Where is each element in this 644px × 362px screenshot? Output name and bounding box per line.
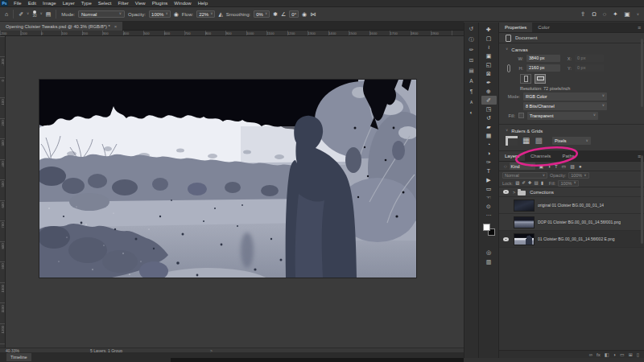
delete-layer-icon[interactable]: ▯ — [637, 352, 639, 357]
panel-adjustments-icon[interactable]: ◐ — [470, 110, 473, 117]
tool-frame[interactable]: ⊠ — [481, 69, 497, 78]
screen-mode-button[interactable]: ▥ — [481, 257, 497, 266]
height-field[interactable]: 2160 px — [526, 64, 560, 72]
canvas-fill-select[interactable]: Transparent ∨ — [527, 112, 598, 120]
panel-history-icon[interactable]: ↺ — [469, 27, 473, 33]
lock-position-icon[interactable]: ✚ — [528, 181, 532, 186]
symmetry-icon[interactable]: ⋈ — [310, 11, 316, 17]
layer-row[interactable]: original 01 Cloister BG.00_00_01_14 — [499, 197, 644, 214]
filter-kind-select[interactable]: Kind ∨ — [510, 162, 535, 170]
tool-clone-stamp[interactable]: ◳ — [481, 105, 497, 113]
menu-file[interactable]: File — [10, 0, 25, 7]
layer-blend-mode-select[interactable]: Normal ∨ — [502, 172, 547, 179]
tab-timeline[interactable]: Timeline — [6, 353, 31, 361]
color-mode-select[interactable]: RGB Color ∨ — [523, 93, 607, 101]
brush-preset-picker[interactable]: 30 — [32, 10, 36, 19]
y-field[interactable]: 0 px — [575, 64, 604, 72]
document-tab[interactable]: Opening Cloister Tweaks.psd @ 40.3% (RGB… — [0, 22, 122, 31]
scrollbar[interactable] — [641, 155, 643, 244]
tool-brush[interactable]: ✐ — [481, 96, 497, 105]
pressure-opacity-icon[interactable]: ◉ — [174, 11, 179, 17]
tab-layers[interactable]: Layers — [499, 151, 525, 161]
filter-pixel-layers-icon[interactable]: ▣ — [539, 164, 544, 169]
lock-all-icon[interactable]: ▮ — [541, 181, 543, 186]
layer-mask-icon[interactable]: ◧ — [605, 352, 609, 357]
guides-grid-icon[interactable]: ▩ — [535, 137, 542, 145]
tool-eyedropper[interactable]: ✒ — [481, 78, 497, 87]
grid-icon[interactable]: ▦ — [522, 137, 530, 145]
airbrush-icon[interactable]: ◭ — [218, 11, 222, 17]
tool-hand[interactable]: ☜ — [481, 193, 497, 202]
bit-depth-select[interactable]: 8 Bits/Channel ∨ — [523, 102, 607, 110]
layer-thumbnail[interactable] — [514, 216, 535, 228]
canvas-document[interactable] — [39, 80, 416, 278]
visibility-toggle[interactable] — [502, 237, 510, 241]
scrollbar[interactable] — [641, 39, 643, 107]
chevron-down-icon[interactable]: ∨ — [506, 47, 508, 51]
menu-edit[interactable]: Edit — [25, 0, 39, 7]
panel-glyphs-icon[interactable]: ᴀ — [470, 100, 473, 106]
menu-layer[interactable]: Layer — [60, 0, 78, 7]
panel-brush-settings-icon[interactable]: ✏ — [469, 47, 473, 54]
panel-paragraph-icon[interactable]: ¶ — [470, 89, 473, 96]
panel-menu-icon[interactable]: ≡ — [638, 23, 641, 33]
opacity-input[interactable]: 100% ∨ — [149, 10, 171, 18]
layer-row[interactable]: 01 Cloister BG.00_00_01_14.56f002 E.png — [499, 231, 644, 248]
brush-angle-input[interactable]: 0° — [289, 10, 299, 18]
share-icon[interactable]: ⇪ — [580, 11, 585, 18]
layer-effects-icon[interactable]: fx — [597, 352, 601, 357]
brush-tool-icon[interactable]: ✐ — [19, 11, 23, 17]
panel-libraries-icon[interactable]: ▤ — [469, 68, 473, 75]
lock-pixels-icon[interactable]: ✐ — [522, 181, 526, 186]
home-icon[interactable]: ⌂ — [5, 11, 8, 17]
expand-chevron-icon[interactable]: > — [513, 190, 515, 195]
orientation-landscape-button[interactable] — [535, 74, 546, 84]
chevron-down-icon[interactable]: ∨ — [506, 129, 508, 133]
layer-name[interactable]: 01 Cloister BG.00_00_01_14.56f002 E.png — [538, 237, 615, 241]
lock-artboard-icon[interactable]: ▤ — [535, 181, 539, 186]
menu-filter[interactable]: Filter — [114, 0, 131, 7]
ruler-units-select[interactable]: Pixels ∨ — [552, 137, 591, 145]
foreground-color-swatch[interactable] — [483, 224, 490, 231]
menu-help[interactable]: Help — [195, 0, 211, 7]
link-layers-icon[interactable]: ∞ — [589, 352, 592, 357]
blend-mode-select[interactable]: Normal ∨ — [78, 10, 125, 18]
new-layer-icon[interactable]: ⊞ — [629, 352, 633, 357]
tool-spot-healing[interactable]: ⊕ — [481, 87, 497, 96]
tool-eraser[interactable]: ▰ — [481, 122, 497, 131]
horizontal-ruler[interactable]: -200-10001002003004005006007008009001000… — [0, 31, 464, 36]
menu-image[interactable]: Image — [39, 0, 60, 7]
layer-opacity-input[interactable]: 100% ∨ — [568, 172, 588, 179]
menu-type[interactable]: Type — [78, 0, 95, 7]
group-name[interactable]: Corrections — [530, 190, 554, 195]
visibility-eye-icon[interactable] — [503, 190, 509, 194]
tool-rectangular-marquee[interactable]: ▢ — [481, 34, 497, 43]
tool-type[interactable]: T — [481, 167, 497, 175]
tab-channels[interactable]: Channels — [525, 151, 556, 161]
layer-row[interactable]: DOP 01 Cloister BG.00_00_01_14.56f001.pn… — [499, 214, 644, 231]
tool-gradient[interactable]: ▦ — [481, 131, 497, 140]
tab-paths[interactable]: Paths — [556, 151, 580, 161]
layer-thumbnail[interactable] — [514, 233, 535, 245]
tool-history-brush[interactable]: ↺ — [481, 113, 497, 122]
layer-group-row[interactable]: > Corrections — [499, 187, 644, 197]
discover-icon[interactable]: ✦ — [613, 11, 617, 18]
menu-plugins[interactable]: Plugins — [149, 0, 171, 7]
brush-settings-toggle-icon[interactable]: ▤ — [46, 11, 52, 17]
tool-path-selection[interactable]: ▶ — [481, 175, 497, 184]
visibility-eye-icon[interactable] — [503, 237, 509, 241]
tool-dodge[interactable]: ◑ — [481, 149, 497, 158]
panel-tool-presets-icon[interactable]: ⊡ — [469, 58, 473, 64]
menu-view[interactable]: View — [132, 0, 149, 7]
layer-fill-input[interactable]: 100% ∨ — [558, 180, 578, 187]
tool-blur[interactable]: ◔ — [481, 140, 497, 149]
tool-rectangle[interactable]: ▭ — [481, 184, 497, 193]
tool-object-selection[interactable]: ▣ — [481, 51, 497, 60]
chevron-down-icon[interactable]: ∨ — [637, 13, 639, 17]
layer-name[interactable]: original 01 Cloister BG.00_00_01_14 — [538, 203, 604, 208]
chevron-down-icon[interactable]: ∨ — [27, 12, 29, 16]
x-field[interactable]: 0 px — [575, 55, 604, 62]
vertical-ruler[interactable]: -100010020030040050060070080090010001100… — [0, 36, 6, 348]
pressure-size-icon[interactable]: ◉ — [302, 11, 307, 17]
tool-crop[interactable]: ◱ — [481, 60, 497, 69]
